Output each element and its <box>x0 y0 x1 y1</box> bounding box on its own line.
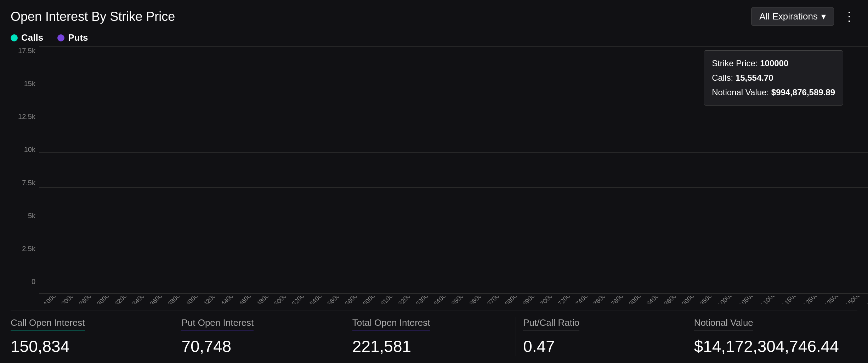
legend-puts: Puts <box>57 32 88 43</box>
x-axis-label: 32000 <box>113 296 131 304</box>
x-axis-label: 52000 <box>290 296 308 304</box>
y-axis-label: 10k <box>11 146 35 154</box>
header-controls: All Expirations ▾ ⋮ <box>751 7 857 26</box>
tooltip-calls: Calls: 15,554.70 <box>712 71 835 85</box>
stats-row: Call Open Interest 150,834 Put Open Inte… <box>11 311 857 356</box>
notional-label: Notional Value <box>694 317 753 330</box>
x-axis-label: 180000 <box>866 296 868 304</box>
main-container: Open Interest By Strike Price All Expira… <box>0 0 868 363</box>
y-axis-label: 0 <box>11 278 35 286</box>
x-axis-label: 36000 <box>149 296 166 304</box>
x-axis-label: 70000 <box>539 296 556 304</box>
chevron-down-icon: ▾ <box>821 11 826 22</box>
x-axis-label: 64000 <box>432 296 450 304</box>
y-axis-label: 2.5k <box>11 245 35 253</box>
x-axis-label: 62000 <box>397 296 415 304</box>
y-axis-label: 5k <box>11 212 35 220</box>
x-axis-label: 30000 <box>96 296 113 304</box>
put-call-value: 0.47 <box>523 337 679 356</box>
total-oi-value: 221,581 <box>352 337 509 356</box>
x-axis-label: 65000 <box>450 296 468 304</box>
x-axis-label: 80000 <box>627 296 645 304</box>
x-axis-label: 54000 <box>308 296 326 304</box>
x-axis-label: 44000 <box>220 296 237 304</box>
put-call-label: Put/Call Ratio <box>523 317 579 330</box>
x-axis-label: 150000 <box>844 296 864 304</box>
call-oi-label: Call Open Interest <box>11 317 85 330</box>
x-axis-label: 60000 <box>361 296 379 304</box>
y-axis-label: 12.5k <box>11 113 35 121</box>
stat-notional: Notional Value $14,172,304,746.44 <box>687 317 857 356</box>
x-axis-label: 105000 <box>738 296 758 304</box>
calls-label: Calls <box>21 32 43 43</box>
total-oi-label: Total Open Interest <box>352 317 430 330</box>
tooltip-strike: Strike Price: 100000 <box>712 56 835 71</box>
x-axis-label: 63000 <box>415 296 432 304</box>
x-axis-label: 86000 <box>663 296 681 304</box>
x-axis-label: 56000 <box>326 296 344 304</box>
x-axis-label: 72000 <box>556 296 574 304</box>
tooltip-notional: Notional Value: $994,876,589.89 <box>712 85 835 100</box>
stat-put-call-ratio: Put/Call Ratio 0.47 <box>516 317 687 356</box>
x-axis-label: 110000 <box>759 296 779 304</box>
put-oi-value: 70,748 <box>181 337 337 356</box>
expiration-label: All Expirations <box>759 11 818 22</box>
puts-label: Puts <box>68 32 88 43</box>
x-axis-label: 34000 <box>131 296 149 304</box>
more-icon: ⋮ <box>843 9 856 24</box>
y-axis-label: 17.5k <box>11 47 35 55</box>
stat-call-oi: Call Open Interest 150,834 <box>11 317 174 356</box>
y-axis-label: 7.5k <box>11 179 35 187</box>
x-axis-label: 58000 <box>344 296 361 304</box>
notional-value: $14,172,304,746.44 <box>694 337 850 356</box>
stat-put-oi: Put Open Interest 70,748 <box>174 317 345 356</box>
x-axis-label: 135000 <box>823 296 843 304</box>
x-axis-label: 42000 <box>202 296 220 304</box>
chart-area: Strike Price: 100000 Calls: 15,554.70 No… <box>11 47 857 304</box>
put-oi-label: Put Open Interest <box>181 317 254 330</box>
x-axis-label: 50000 <box>273 296 290 304</box>
x-axis-label: 68000 <box>503 296 521 304</box>
more-options-button[interactable]: ⋮ <box>841 7 857 26</box>
call-oi-value: 150,834 <box>11 337 167 356</box>
x-axis: 1000020000280003000032000340003600038000… <box>39 296 868 304</box>
x-axis-label: 100000 <box>716 296 737 304</box>
x-axis-label: 46000 <box>237 296 255 304</box>
calls-dot <box>11 34 18 41</box>
page-title: Open Interest By Strike Price <box>11 9 175 24</box>
y-axis-label: 15k <box>11 80 35 88</box>
x-axis-label: 95000 <box>698 296 716 304</box>
puts-dot <box>57 34 64 41</box>
x-axis-label: 40000 <box>184 296 202 304</box>
legend-calls: Calls <box>11 32 43 43</box>
x-axis-label: 66000 <box>468 296 486 304</box>
x-axis-label: 76000 <box>592 296 609 304</box>
x-axis-label: 28000 <box>78 296 95 304</box>
x-axis-label: 84000 <box>645 296 663 304</box>
x-axis-label: 69000 <box>521 296 539 304</box>
x-axis-label: 78000 <box>609 296 627 304</box>
stat-total-oi: Total Open Interest 221,581 <box>345 317 516 356</box>
y-axis: 17.5k15k12.5k10k7.5k5k2.5k0 <box>11 47 35 304</box>
x-axis-label: 61000 <box>379 296 397 304</box>
header: Open Interest By Strike Price All Expira… <box>11 7 857 26</box>
x-axis-label: 20000 <box>60 296 78 304</box>
x-axis-label: 10000 <box>42 296 60 304</box>
x-axis-label: 74000 <box>574 296 592 304</box>
x-axis-label: 90000 <box>681 296 698 304</box>
legend: Calls Puts <box>11 32 857 43</box>
tooltip: Strike Price: 100000 Calls: 15,554.70 No… <box>704 50 843 106</box>
x-axis-label: 115000 <box>780 296 800 304</box>
x-axis-label: 125000 <box>801 296 822 304</box>
expiration-dropdown[interactable]: All Expirations ▾ <box>751 7 834 26</box>
x-axis-label: 38000 <box>166 296 184 304</box>
x-axis-label: 48000 <box>255 296 273 304</box>
x-axis-label: 67000 <box>486 296 503 304</box>
